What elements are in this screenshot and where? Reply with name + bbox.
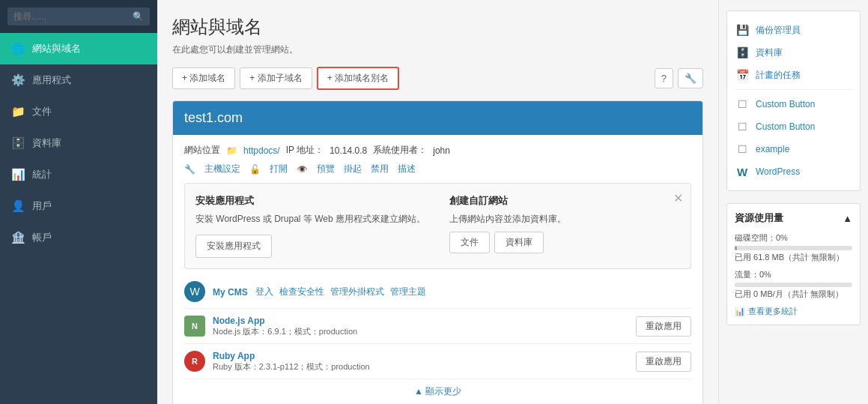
disk-value: 已用 61.8 MB（共計 無限制） <box>735 252 852 263</box>
ruby-app-row: R Ruby App Ruby 版本：2.3.1-p112；模式：product… <box>184 344 691 379</box>
ip-value: 10.14.0.8 <box>330 145 367 156</box>
globe-icon: 🌐 <box>11 42 25 55</box>
disable-link[interactable]: 禁用 <box>371 163 389 175</box>
setup-box-close[interactable]: ✕ <box>673 191 683 205</box>
add-alias-button[interactable]: + 添加域名別名 <box>317 67 399 90</box>
setup-col-btns: 文件 資料庫 <box>449 232 681 253</box>
more-stats-label: 查看更多統計 <box>748 306 798 317</box>
add-domain-button[interactable]: + 添加域名 <box>172 67 235 89</box>
disk-bar <box>735 246 737 250</box>
setup-box: ✕ 安裝應用程式 安裝 WordPress 或 Drupal 等 Web 應用程… <box>184 183 691 269</box>
disk-resource: 磁碟空間：0% 已用 61.8 MB（共計 無限制） <box>735 232 852 263</box>
node-name-link[interactable]: Node.js App <box>213 316 265 326</box>
node-icon: N <box>184 316 205 337</box>
custom-title: 創建自訂網站 <box>449 194 681 208</box>
db-btn[interactable]: 資料庫 <box>494 232 544 253</box>
wp-login[interactable]: 登入 <box>255 286 273 298</box>
lock-icon: 🔓 <box>249 164 261 175</box>
install-btn[interactable]: 安裝應用程式 <box>195 235 272 258</box>
sidebar-label-websites: 網站與域名 <box>32 42 81 55</box>
resource-header: 資源使用量 ▲ <box>735 211 852 225</box>
install-title: 安裝應用程式 <box>195 194 427 208</box>
wp-name-link[interactable]: My CMS <box>213 287 248 298</box>
preview-link[interactable]: 預覽 <box>317 163 335 175</box>
chart-icon-small: 📊 <box>735 307 745 316</box>
sidebar-label-files: 文件 <box>32 105 52 118</box>
rp-example[interactable]: ☐ example <box>735 138 852 160</box>
ruby-info: Ruby App Ruby 版本：2.3.1-p112；模式：productio… <box>213 350 370 373</box>
help-button[interactable]: ? <box>655 68 673 88</box>
node-desc: Node.js 版本：6.9.1；模式：production <box>213 326 357 337</box>
sidebar-item-stats[interactable]: 📊 統計 <box>0 159 157 190</box>
describe-link[interactable]: 描述 <box>398 163 416 175</box>
rp-custom-btn-1[interactable]: ☐ Custom Button <box>735 93 852 115</box>
custom-desc: 上傳網站內容並添加資料庫。 <box>449 212 681 226</box>
sidebar-item-apps[interactable]: ⚙️ 應用程式 <box>0 64 157 96</box>
toolbar: + 添加域名 + 添加子域名 + 添加域名別名 ? 🔧 <box>172 67 703 90</box>
sidebar-label-users: 用戶 <box>32 199 52 213</box>
sidebar-item-websites[interactable]: 🌐 網站與域名 <box>0 33 157 64</box>
wp-icon: W <box>184 281 205 302</box>
collapse-icon[interactable]: ▲ <box>843 213 852 224</box>
setup-col-install: 安裝應用程式 安裝 WordPress 或 Drupal 等 Web 應用程式來… <box>195 194 427 258</box>
add-subdomain-button[interactable]: + 添加子域名 <box>240 67 312 89</box>
sidebar: 🔍 🌐 網站與域名 ⚙️ 應用程式 📁 文件 🗄️ 資料庫 📊 統計 👤 用戶 <box>0 0 157 404</box>
ruby-desc: Ruby 版本：2.3.1-p112；模式：production <box>213 361 370 373</box>
disk-bar-wrap <box>735 246 852 250</box>
eye-icon: 👁️ <box>297 164 308 175</box>
domain-info-row: 網站位置 📁 httpdocs/ IP 地址： 10.14.0.8 系統使用者：… <box>184 144 691 157</box>
chart-icon: 📊 <box>11 168 25 181</box>
rp-scheduled-tasks[interactable]: 📅 計畫的任務 <box>735 64 852 86</box>
wordpress-row: W My CMS 登入 檢查安全性 管理外掛程式 管理主題 <box>184 275 691 309</box>
ruby-restart-btn[interactable]: 重啟應用 <box>636 352 691 372</box>
page-title: 網站與域名 <box>172 15 703 39</box>
search-icon: 🔍 <box>133 11 144 22</box>
node-restart-btn[interactable]: 重啟應用 <box>636 316 691 337</box>
traffic-bar-wrap <box>735 283 852 287</box>
sidebar-label-database: 資料庫 <box>32 136 61 150</box>
rp-database-label: 資料庫 <box>756 46 783 59</box>
path-link[interactable]: httpdocs/ <box>243 145 280 156</box>
domain-card: test1.com 網站位置 📁 httpdocs/ IP 地址： 10.14.… <box>172 100 703 404</box>
wp-themes[interactable]: 管理主題 <box>390 286 426 298</box>
show-less[interactable]: ▲ 顯示更少 <box>184 379 691 404</box>
backup-icon: 💾 <box>735 22 750 37</box>
folder-icon-small: 📁 <box>226 145 237 156</box>
sidebar-item-database[interactable]: 🗄️ 資料庫 <box>0 127 157 159</box>
gear-icon: ⚙️ <box>11 73 25 87</box>
rp-backup[interactable]: 💾 備份管理員 <box>735 19 852 41</box>
rp-divider <box>735 89 852 90</box>
right-panel: 💾 備份管理員 🗄️ 資料庫 📅 計畫的任務 ☐ Custom Button ☐… <box>718 0 868 404</box>
example-icon: ☐ <box>735 142 750 157</box>
ruby-name-link[interactable]: Ruby App <box>213 351 255 361</box>
suspend-link[interactable]: 掛起 <box>344 163 362 175</box>
rp-custom-btn-2[interactable]: ☐ Custom Button <box>735 115 852 138</box>
wp-plugins[interactable]: 管理外掛程式 <box>330 286 384 298</box>
sidebar-item-files[interactable]: 📁 文件 <box>0 96 157 127</box>
wp-actions: 登入 檢查安全性 管理外掛程式 管理主題 <box>255 286 691 298</box>
files-btn[interactable]: 文件 <box>449 232 490 253</box>
traffic-resource: 流量：0% 已用 0 MB/月（共計 無限制） <box>735 269 852 300</box>
folder-icon: 📁 <box>11 105 25 118</box>
sidebar-item-accounts[interactable]: 🏦 帳戶 <box>0 222 157 253</box>
open-link[interactable]: 打開 <box>270 163 288 175</box>
more-stats-link[interactable]: 📊 查看更多統計 <box>735 306 852 317</box>
host-settings-link[interactable]: 主機設定 <box>204 163 240 175</box>
custom-btn-1-icon: ☐ <box>735 97 750 112</box>
rp-wordpress-label: WordPress <box>756 166 800 177</box>
install-desc: 安裝 WordPress 或 Drupal 等 Web 應用程式來建立網站。 <box>195 212 427 226</box>
ip-label: IP 地址： <box>286 144 324 157</box>
wrench-icon: 🔧 <box>685 73 696 84</box>
rp-wordpress[interactable]: W WordPress <box>735 160 852 183</box>
settings-button[interactable]: 🔧 <box>678 68 703 88</box>
database-icon: 🗄️ <box>11 136 25 150</box>
sidebar-item-users[interactable]: 👤 用戶 <box>0 190 157 222</box>
search-input[interactable] <box>7 7 150 25</box>
rp-database[interactable]: 🗄️ 資料庫 <box>735 41 852 64</box>
right-panel-tools: 💾 備份管理員 🗄️ 資料庫 📅 計畫的任務 ☐ Custom Button ☐… <box>726 10 861 191</box>
custom-btn-2-icon: ☐ <box>735 119 750 134</box>
rp-custom-btn-2-label: Custom Button <box>756 121 815 132</box>
node-info: Node.js App Node.js 版本：6.9.1；模式：producti… <box>213 315 357 337</box>
sidebar-search-area: 🔍 <box>0 0 157 33</box>
wp-security[interactable]: 檢查安全性 <box>279 286 324 298</box>
